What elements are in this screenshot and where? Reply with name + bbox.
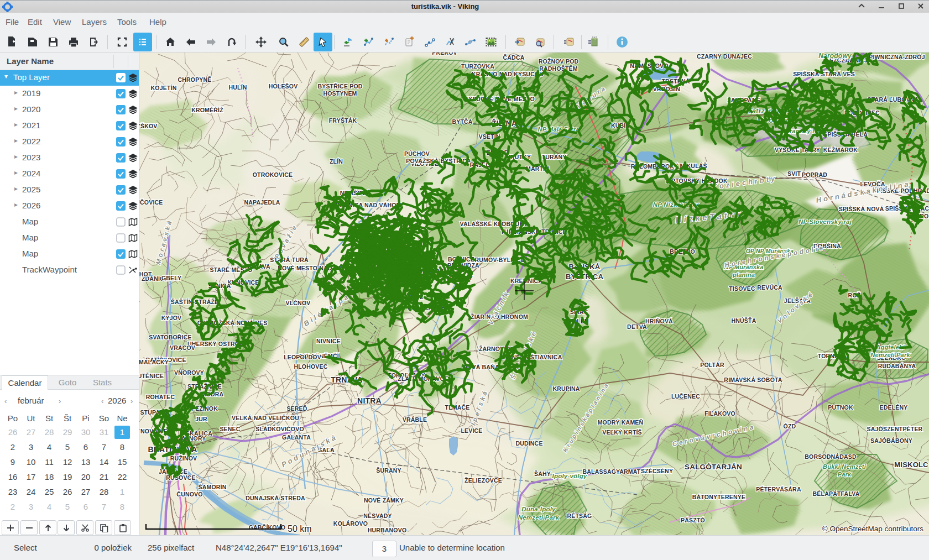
- svg-text:CZARNY DUNAJEC: CZARNY DUNAJEC: [697, 53, 752, 60]
- svg-text:HRIŇOVÁ: HRIŇOVÁ: [645, 318, 673, 325]
- svg-text:DUDINCE: DUDINCE: [515, 440, 542, 447]
- svg-text:Park: Park: [838, 471, 852, 478]
- svg-text:ŽELIEZOVCE: ŽELIEZOVCE: [464, 477, 502, 484]
- svg-text:MISKOLC: MISKOLC: [894, 460, 928, 469]
- svg-text:MODRÝ KAMEŇ: MODRÝ KAMEŇ: [598, 419, 644, 426]
- svg-text:LUČENEC: LUČENEC: [671, 393, 700, 400]
- svg-text:VEĽKÝ KRTÍŠ: VEĽKÝ KRTÍŠ: [602, 429, 642, 436]
- svg-text:Duna-Ipoly: Duna-Ipoly: [521, 506, 556, 512]
- svg-text:HOSTÝNEM: HOSTÝNEM: [323, 90, 357, 97]
- svg-text:SALGÓTARJÁN: SALGÓTARJÁN: [685, 463, 742, 471]
- svg-text:BYTČA: BYTČA: [452, 118, 472, 125]
- svg-text:BORSODNÁDASD: BORSODNÁDASD: [805, 453, 857, 460]
- svg-text:BYSTRICA: BYSTRICA: [566, 273, 603, 281]
- svg-text:RUDABÁNYA: RUDABÁNYA: [878, 363, 916, 369]
- svg-text:HURBANOVO: HURBANOVO: [368, 527, 407, 533]
- svg-text:SPIŠSKÁ STARÁ VES: SPIŠSKÁ STARÁ VES: [793, 71, 855, 77]
- svg-text:UHERSKÝ OSTROH: UHERSKÝ OSTROH: [187, 341, 244, 347]
- svg-text:DUNAJSKÁ STREDA: DUNAJSKÁ STREDA: [246, 495, 305, 501]
- svg-text:LEVICE: LEVICE: [461, 427, 482, 434]
- svg-text:GBELY: GBELY: [161, 275, 181, 281]
- svg-text:HULÍN: HULÍN: [228, 84, 247, 91]
- svg-text:HOLEŠOV: HOLEŠOV: [269, 83, 298, 90]
- svg-text:Ipoly-völgy: Ipoly-völgy: [552, 473, 587, 479]
- svg-text:EDELÉNY: EDELÉNY: [880, 404, 908, 411]
- svg-text:Nemzeti Park: Nemzeti Park: [518, 514, 560, 521]
- svg-text:ROHATEC: ROHATEC: [146, 394, 175, 400]
- svg-text:KOLÁROVO: KOLÁROVO: [333, 520, 368, 527]
- svg-text:VLČNOV: VLČNOV: [286, 300, 311, 306]
- svg-text:PÚCHOV: PÚCHOV: [404, 150, 430, 157]
- svg-text:ČUNOVO: ČUNOVO: [176, 491, 202, 498]
- svg-text:KOJETÍN: KOJETÍN: [151, 85, 177, 91]
- svg-text:TURZOVKA: TURZOVKA: [461, 63, 494, 70]
- svg-text:RÉTSÁG: RÉTSÁG: [567, 512, 592, 519]
- svg-text:SLÁDKOVIČOVO: SLÁDKOVIČOVO: [255, 426, 304, 432]
- svg-text:BYSTŘICE POD: BYSTŘICE POD: [317, 83, 362, 90]
- svg-text:HLOHOVEC: HLOHOVEC: [294, 363, 327, 370]
- svg-text:Narodowy: Narodowy: [818, 53, 852, 60]
- svg-text:POLTÁR: POLTÁR: [700, 362, 724, 368]
- svg-text:Bükki Nemzeti: Bükki Nemzeti: [823, 463, 867, 470]
- svg-text:RUŽINOV: RUŽINOV: [170, 455, 197, 462]
- svg-text:ROŽNOV POD: ROŽNOV POD: [539, 58, 579, 65]
- svg-text:NIVNICE: NIVNICE: [316, 338, 341, 344]
- svg-text:KROMĚŘÍŽ: KROMĚŘÍŽ: [191, 107, 223, 113]
- svg-text:ČADCA: ČADCA: [503, 54, 525, 61]
- svg-text:FIĽAKOVO: FIĽAKOVO: [704, 410, 735, 417]
- svg-text:DETVA: DETVA: [627, 323, 647, 330]
- svg-text:POPRAD: POPRAD: [802, 171, 827, 178]
- svg-text:NAPAJEDLA: NAPAJEDLA: [244, 199, 280, 206]
- svg-text:© OpenStreetMap contributors: © OpenStreetMap contributors: [822, 525, 924, 533]
- svg-text:CHROPYNĚ: CHROPYNĚ: [178, 76, 211, 83]
- svg-text:KEŽMAROK: KEŽMAROK: [823, 146, 858, 153]
- svg-text:50 km: 50 km: [288, 524, 312, 533]
- svg-text:SVATOBOŘICE: SVATOBOŘICE: [149, 334, 191, 341]
- svg-text:VRACOV: VRACOV: [170, 344, 195, 351]
- svg-text:NESVADY: NESVADY: [363, 512, 392, 519]
- svg-text:REVÚCA: REVÚCA: [757, 284, 782, 291]
- svg-text:PÁSZTÓ: PÁSZTÓ: [681, 517, 705, 524]
- svg-text:PUTNOK: PUTNOK: [828, 404, 853, 411]
- svg-text:VNOROVY: VNOROVY: [174, 369, 204, 376]
- svg-text:SENEC: SENEC: [220, 426, 240, 432]
- svg-text:KRUPINA: KRUPINA: [552, 385, 580, 392]
- svg-text:RIMAVSKÁ SOBOTA: RIMAVSKÁ SOBOTA: [724, 376, 782, 383]
- svg-text:Nemzeti Park: Nemzeti Park: [870, 352, 910, 358]
- svg-text:ÓZD: ÓZD: [784, 423, 796, 430]
- svg-text:ŠURANY: ŠURANY: [376, 467, 401, 474]
- svg-text:SAJÓSZENTPÉTER: SAJÓSZENTPÉTER: [867, 426, 923, 432]
- svg-text:BÉLAPÁTFALVA: BÉLAPÁTFALVA: [813, 490, 860, 497]
- svg-text:VELKÁ NAD VELIČKOU: VELKÁ NAD VELIČKOU: [232, 415, 299, 421]
- svg-text:VRÁBLE: VRÁBLE: [403, 416, 427, 423]
- svg-text:JUR: JUR: [195, 416, 207, 422]
- svg-text:SVIT: SVIT: [787, 170, 801, 177]
- svg-text:planina: planina: [732, 271, 755, 278]
- svg-text:ŠAHY: ŠAHY: [534, 470, 551, 477]
- svg-text:NP Slovenský raj: NP Slovenský raj: [798, 218, 852, 225]
- svg-text:FRYŠTÁK: FRYŠTÁK: [329, 117, 357, 124]
- svg-text:PŘEROV: PŘEROV: [432, 53, 457, 56]
- svg-text:TISOVEC: TISOVEC: [729, 285, 755, 292]
- svg-text:KYJOV: KYJOV: [161, 315, 182, 321]
- svg-text:SAJÓBÁBONY: SAJÓBÁBONY: [870, 437, 912, 444]
- svg-text:HNÚŠŤA: HNÚŠŤA: [732, 317, 756, 324]
- svg-text:SEREĎ: SEREĎ: [286, 405, 307, 412]
- svg-text:TLMAČE: TLMAČE: [445, 404, 470, 411]
- svg-text:GALANTA: GALANTA: [282, 434, 311, 441]
- svg-text:OTROKOVICE: OTROKOVICE: [253, 171, 293, 178]
- svg-text:PIWNICZNA-ZDRÓJ: PIWNICZNA-ZDRÓJ: [869, 54, 925, 60]
- svg-text:VYŠKOV: VYŠKOV: [139, 123, 157, 129]
- svg-text:MUTĚNICE: MUTĚNICE: [139, 373, 164, 379]
- svg-text:NITRA: NITRA: [357, 396, 382, 405]
- svg-text:MALACKY: MALACKY: [139, 359, 169, 365]
- svg-text:PÉTERVÁSÁRA: PÉTERVÁSÁRA: [756, 486, 801, 493]
- svg-text:BALASSAGYARMAT: BALASSAGYARMAT: [583, 468, 641, 475]
- svg-text:LEOPOLDOV: LEOPOLDOV: [284, 354, 321, 360]
- svg-text:NOVÉ ZÁMKY: NOVÉ ZÁMKY: [364, 497, 404, 504]
- svg-text:ZLÍN: ZLÍN: [330, 158, 343, 165]
- svg-text:BÁTONYTERENYE: BÁTONYTERENYE: [692, 494, 745, 500]
- svg-text:SZÉCSÉNY: SZÉCSÉNY: [641, 468, 673, 474]
- svg-text:BUČOVICE: BUČOVICE: [139, 199, 163, 206]
- svg-text:ŠAŠTÍN-STRÁŽE: ŠAŠTÍN-STRÁŽE: [171, 299, 219, 305]
